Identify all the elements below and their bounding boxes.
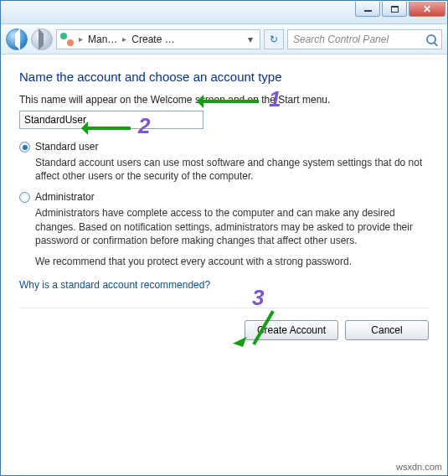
label-admin: Administrator: [35, 191, 95, 203]
content-area: Name the account and choose an account t…: [1, 54, 447, 354]
cancel-button[interactable]: Cancel: [345, 320, 429, 340]
desc-standard: Standard account users can use most soft…: [35, 156, 429, 183]
option-admin[interactable]: Administrator: [19, 191, 429, 203]
breadcrumb-2[interactable]: Create …: [131, 34, 174, 45]
refresh-icon: ↻: [270, 34, 278, 45]
desc-admin: Administrators have complete access to t…: [35, 206, 429, 247]
close-button[interactable]: ✕: [409, 2, 445, 17]
back-button[interactable]: [6, 28, 28, 50]
create-account-button[interactable]: Create Account: [245, 320, 338, 340]
control-panel-icon: [60, 33, 74, 46]
breadcrumb-1[interactable]: Man…: [88, 34, 117, 45]
minimize-icon: [364, 10, 372, 12]
password-recommendation: We recommend that you protect every acco…: [35, 256, 429, 267]
search-placeholder: Search Control Panel: [293, 34, 389, 45]
address-bar[interactable]: ▸ Man… ▸ Create … ▾: [56, 29, 260, 49]
option-standard[interactable]: Standard user: [19, 141, 429, 153]
arrow-left-icon: [10, 34, 23, 45]
maximize-button[interactable]: [382, 2, 407, 17]
forward-button[interactable]: [31, 28, 53, 50]
minimize-button[interactable]: [355, 2, 380, 17]
address-dropdown-icon[interactable]: ▾: [245, 34, 256, 45]
button-row: Create Account Cancel: [19, 308, 429, 340]
arrow-right-icon: [35, 34, 49, 45]
refresh-button[interactable]: ↻: [264, 29, 284, 49]
account-name-input[interactable]: [19, 111, 203, 129]
page-heading: Name the account and choose an account t…: [19, 70, 429, 84]
chevron-right-icon: ▸: [77, 34, 85, 44]
close-icon: ✕: [423, 3, 431, 15]
titlebar: ✕: [1, 1, 447, 24]
maximize-icon: [391, 6, 399, 13]
search-icon: [426, 34, 436, 44]
search-box[interactable]: Search Control Panel: [287, 29, 442, 49]
window-frame: ✕ ▸ Man… ▸ Create … ▾ ↻ Search Control P…: [0, 0, 448, 476]
radio-admin[interactable]: [19, 192, 30, 203]
why-standard-link[interactable]: Why is a standard account recommended?: [19, 279, 429, 291]
chevron-right-icon: ▸: [121, 34, 128, 44]
account-type-group: Standard user Standard account users can…: [19, 141, 429, 267]
nav-toolbar: ▸ Man… ▸ Create … ▾ ↻ Search Control Pan…: [1, 24, 447, 54]
radio-standard[interactable]: [19, 142, 30, 153]
label-standard: Standard user: [35, 141, 98, 153]
intro-text: This name will appear on the Welcome scr…: [19, 94, 429, 106]
watermark: wsxdn.com: [396, 462, 442, 472]
